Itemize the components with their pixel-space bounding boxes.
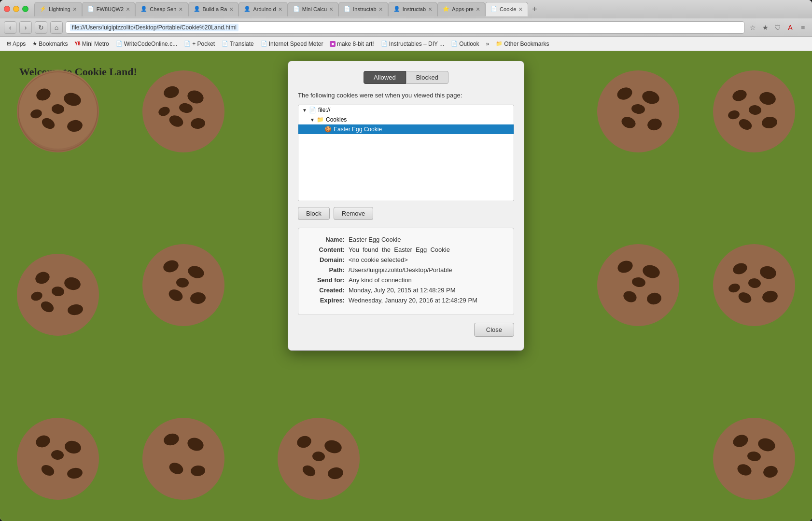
tab-lightning[interactable]: ⚡ Lightning ×: [34, 2, 82, 16]
url-text: file:///Users/luigipizzolito/Desktop/Por…: [70, 24, 238, 31]
modal-overlay: Allowed Blocked The following cookies we…: [0, 51, 812, 521]
tab-favicon-instructab1: 📄: [344, 6, 350, 13]
tab-title-cheap-sen: Cheap Sen: [150, 6, 176, 12]
tree-label-file: file://: [318, 107, 330, 113]
tab-close-instructab1[interactable]: ×: [379, 6, 383, 13]
tab-instructab2[interactable]: 👤 Instructab ×: [388, 2, 438, 16]
maximize-window-btn[interactable]: [22, 6, 28, 12]
shield-icon[interactable]: 🛡: [772, 22, 783, 33]
bookmark-8bit-label: make 8-bit art!: [337, 41, 374, 47]
detail-row-created: Created: Monday, July 20, 2015 at 12:48:…: [306, 287, 506, 294]
tab-close-mini-calc[interactable]: ×: [329, 6, 333, 13]
detail-row-domain: Domain: <no cookie selected>: [306, 256, 506, 263]
tab-cheap-sen[interactable]: 👤 Cheap Sen ×: [135, 2, 188, 16]
bookmark-writecode[interactable]: 📄 WriteCodeOnline.c...: [113, 40, 181, 48]
tree-item-file[interactable]: ▼ 📄 file://: [298, 105, 514, 115]
tab-favicon-cheap-sen: 👤: [140, 6, 147, 13]
tab-title-apps-pre: Apps-pre: [452, 6, 474, 12]
bookmark-bookmarks-label: Bookmarks: [39, 41, 68, 47]
remove-button[interactable]: Remove: [334, 207, 373, 220]
modal-actions: Block Remove: [298, 207, 514, 220]
tree-label-easter-egg: Easter Egg Cookie: [334, 126, 382, 133]
detail-expires-label: Expires:: [306, 297, 345, 304]
tree-item-cookies[interactable]: ▼ 📁 Cookies: [298, 115, 514, 124]
apps-grid-icon: ⊞: [7, 41, 11, 47]
tab-instructab1[interactable]: 📄 Instructab ×: [338, 2, 388, 16]
detail-path-value: /Users/luigipizzolito/Desktop/Portable: [349, 266, 452, 274]
tab-close-apps-pre[interactable]: ×: [476, 6, 480, 13]
bookmark-bookmarks[interactable]: ★ Bookmarks: [29, 40, 70, 48]
tab-close-build-ran[interactable]: ×: [229, 6, 233, 13]
forward-button[interactable]: ›: [19, 21, 32, 34]
tab-arduino[interactable]: 👤 Arduino d ×: [238, 2, 287, 16]
cookie-tree[interactable]: ▼ 📄 file:// ▼ 📁 Cookies 🍪 Easter: [298, 105, 514, 201]
star-bookmark-icon: ★: [32, 41, 37, 47]
tree-label-cookies: Cookies: [326, 116, 347, 123]
detail-expires-value: Wednesday, January 20, 2016 at 12:48:29 …: [349, 297, 477, 304]
modal-description: The following cookies were set when you …: [298, 92, 514, 99]
back-button[interactable]: ‹: [4, 21, 16, 34]
tab-apps-pre[interactable]: ⭐ Apps-pre ×: [437, 2, 485, 16]
bookmark-8bit[interactable]: ■ make 8-bit art!: [327, 40, 377, 48]
mini-metro-icon: Y8: [74, 41, 80, 46]
bookmark-apps[interactable]: ⊞ Apps: [4, 40, 28, 48]
bookmark-star-icon[interactable]: ★: [760, 22, 770, 33]
bookmark-instructables[interactable]: 📄 Instructables – DIY ...: [378, 40, 448, 48]
star-icon[interactable]: ☆: [747, 22, 758, 33]
menu-icon[interactable]: ≡: [798, 22, 808, 33]
tab-title-cookie: Cookie: [500, 6, 516, 12]
bookmark-outlook[interactable]: 📄 Outlook: [448, 40, 482, 48]
bookmark-other-label: Other Bookmarks: [504, 41, 549, 47]
bookmark-pocket[interactable]: 📄 + Pocket: [181, 40, 218, 48]
tab-title-fw8uqw: FW8UQW2: [97, 6, 124, 12]
speed-meter-icon: 📄: [261, 41, 267, 47]
modal-footer: Close: [298, 323, 514, 341]
bookmark-more[interactable]: »: [483, 40, 492, 48]
tree-item-easter-egg[interactable]: 🍪 Easter Egg Cookie: [298, 124, 514, 134]
detail-send-for-label: Send for:: [306, 276, 345, 284]
antivirus-icon[interactable]: A: [785, 22, 796, 33]
bookmark-translate[interactable]: 📄 Translate: [219, 40, 257, 48]
new-tab-button[interactable]: +: [528, 3, 542, 16]
home-button[interactable]: ⌂: [50, 21, 63, 34]
minimize-window-btn[interactable]: [13, 6, 19, 12]
tab-allowed[interactable]: Allowed: [364, 71, 406, 84]
tab-close-fw8uqw[interactable]: ×: [126, 6, 130, 13]
detail-name-value: Easter Egg Cookie: [349, 236, 401, 243]
tab-close-cheap-sen[interactable]: ×: [179, 6, 182, 13]
nav-bar: ‹ › ↻ ⌂ file:///Users/luigipizzolito/Des…: [0, 18, 812, 37]
bookmark-outlook-label: Outlook: [459, 41, 479, 47]
close-modal-button[interactable]: Close: [474, 323, 514, 337]
tab-blocked[interactable]: Blocked: [406, 71, 448, 84]
detail-created-value: Monday, July 20, 2015 at 12:48:29 PM: [349, 287, 456, 294]
tab-title-instructab2: Instructab: [403, 6, 426, 12]
tab-cookie[interactable]: 📄 Cookie ×: [485, 2, 528, 16]
file-icon: 📄: [309, 107, 316, 113]
detail-content-label: Content:: [306, 246, 345, 253]
tab-close-cookie[interactable]: ×: [518, 6, 522, 13]
bookmark-mini-metro[interactable]: Y8 Mini Metro: [71, 40, 112, 48]
bookmark-other[interactable]: 📁 Other Bookmarks: [493, 40, 552, 48]
detail-name-label: Name:: [306, 236, 345, 243]
tab-close-lightning[interactable]: ×: [73, 6, 77, 13]
bookmark-speed-meter-label: Internet Speed Meter: [269, 41, 323, 47]
bookmark-pocket-label: + Pocket: [192, 41, 215, 47]
bookmark-speed-meter[interactable]: 📄 Internet Speed Meter: [258, 40, 326, 48]
tabs-bar: ⚡ Lightning × 📄 FW8UQW2 × 👤 Cheap Sen × …: [34, 2, 808, 16]
block-button[interactable]: Block: [298, 207, 330, 220]
tab-fw8uqw[interactable]: 📄 FW8UQW2 ×: [82, 2, 135, 16]
folder-icon: 📁: [496, 41, 503, 47]
pocket-icon: 📄: [184, 41, 191, 47]
tab-close-arduino[interactable]: ×: [279, 6, 282, 13]
url-bar[interactable]: file:///Users/luigipizzolito/Desktop/Por…: [66, 21, 744, 34]
tab-build-ran[interactable]: 👤 Build a Ra ×: [188, 2, 239, 16]
reload-button[interactable]: ↻: [35, 21, 47, 34]
tab-close-instructab2[interactable]: ×: [428, 6, 432, 13]
tab-mini-calc[interactable]: 📄 Mini Calcu ×: [288, 2, 339, 16]
tab-favicon-apps-pre: ⭐: [443, 6, 449, 13]
translate-icon: 📄: [222, 41, 228, 47]
tab-favicon-cookie: 📄: [490, 6, 497, 13]
detail-row-path: Path: /Users/luigipizzolito/Desktop/Port…: [306, 266, 506, 274]
close-window-btn[interactable]: [4, 6, 10, 12]
bookmark-mini-metro-label: Mini Metro: [82, 41, 109, 47]
